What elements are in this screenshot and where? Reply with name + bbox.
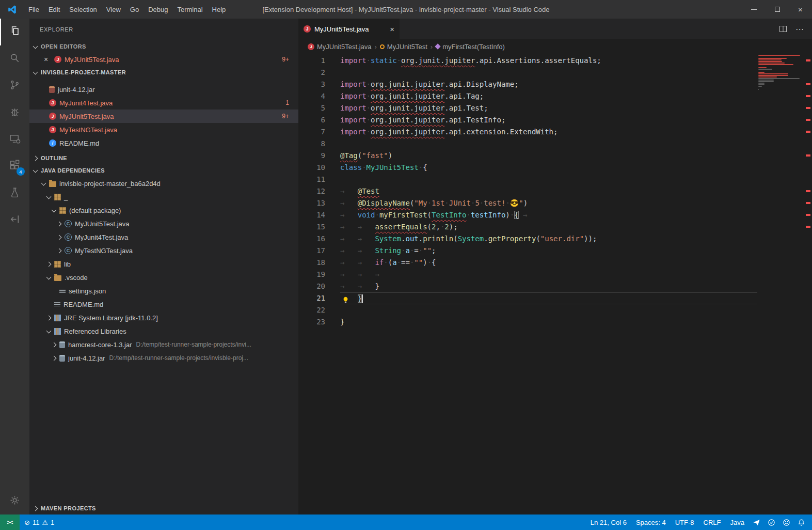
file-item-myjunit5test-java[interactable]: JMyJUnit5Test.java9+: [29, 110, 298, 123]
code-line-22[interactable]: [340, 304, 757, 316]
line-number[interactable]: 18: [298, 257, 325, 269]
split-editor-icon[interactable]: [779, 25, 787, 33]
tree-item-hamcrest-core-1-3-jar[interactable]: hamcrest-core-1.3.jarD:/temp/test-runner…: [29, 338, 298, 351]
breadcrumb-myjunit5test-java[interactable]: JMyJUnit5Test.java: [308, 43, 371, 51]
code-line-12[interactable]: → @Test: [340, 185, 757, 197]
code-line-5[interactable]: import·org.junit.jupiter.api.Test;: [340, 102, 757, 114]
menu-view[interactable]: View: [102, 0, 125, 19]
remote-indicator[interactable]: ><: [0, 515, 20, 530]
smiley-icon[interactable]: [779, 515, 794, 530]
code-line-6[interactable]: import·org.junit.jupiter.api.TestInfo;: [340, 114, 757, 126]
file-item-myjunit4test-java[interactable]: JMyJunit4Test.java1: [29, 96, 298, 110]
line-number[interactable]: 13: [298, 197, 325, 209]
line-number[interactable]: 7: [298, 126, 325, 138]
line-number[interactable]: 3: [298, 79, 325, 90]
line-number[interactable]: 12: [298, 185, 325, 197]
line-number[interactable]: 21: [298, 292, 325, 304]
activity-item-search[interactable]: [0, 45, 29, 72]
activity-item-test-explorer[interactable]: [0, 180, 29, 207]
line-number[interactable]: 6: [298, 114, 325, 126]
menu-help[interactable]: Help: [208, 0, 231, 19]
tree-item-junit-4-12-jar[interactable]: junit-4.12.jarD:/temp/test-runner-sample…: [29, 351, 298, 365]
breadcrumb-myjunit5test[interactable]: MyJUnit5Test: [380, 43, 427, 51]
line-number[interactable]: 1: [298, 55, 325, 67]
status-ln-21-col-6[interactable]: Ln 21, Col 6: [586, 515, 631, 530]
tree-item-myjunit5test-java[interactable]: CMyJUnit5Test.java: [29, 217, 298, 230]
lightbulb-icon[interactable]: [342, 295, 349, 302]
menu-go[interactable]: Go: [125, 0, 144, 19]
maximize-button[interactable]: [766, 0, 789, 19]
line-number[interactable]: 14: [298, 209, 325, 221]
menu-selection[interactable]: Selection: [65, 0, 101, 19]
line-number[interactable]: 17: [298, 245, 325, 257]
menu-file[interactable]: File: [24, 0, 44, 19]
feedback-send-icon[interactable]: [749, 515, 764, 530]
activity-item-explorer[interactable]: [0, 19, 29, 45]
close-tab-icon[interactable]: ×: [390, 25, 394, 34]
close-icon[interactable]: ×: [44, 55, 53, 64]
tab-myjunit5test[interactable]: J MyJUnit5Test.java ×: [298, 19, 400, 39]
code-line-8[interactable]: [340, 138, 757, 150]
activity-item-settings[interactable]: [0, 488, 29, 515]
tree-item-referenced-libraries[interactable]: Referenced Libraries: [29, 324, 298, 338]
breadcrumb-myfirsttest-testinfo[interactable]: myFirstTest(TestInfo): [436, 43, 505, 51]
activity-item-references[interactable]: [0, 207, 29, 233]
tree-item-readme-md[interactable]: README.md: [29, 298, 298, 311]
line-number[interactable]: 16: [298, 233, 325, 245]
code-line-17[interactable]: → → String·a·=·"";: [340, 245, 757, 257]
activity-item-remote-explorer[interactable]: [0, 126, 29, 153]
line-number[interactable]: 5: [298, 102, 325, 114]
code-line-3[interactable]: import·org.junit.jupiter.api.DisplayName…: [340, 79, 757, 90]
status-crlf[interactable]: CRLF: [699, 515, 726, 530]
code-line-21[interactable]: }: [340, 292, 757, 304]
project-header[interactable]: INVISBLE-PROJECT-MASTER: [29, 66, 298, 79]
tree-item-settings-json[interactable]: settings.json: [29, 284, 298, 298]
close-button[interactable]: ×: [789, 0, 812, 19]
code-line-15[interactable]: → → assertEquals(2,·2);: [340, 221, 757, 233]
code-line-20[interactable]: → → }: [340, 280, 757, 292]
code-line-1[interactable]: import·static·org.junit.jupiter.api.Asse…: [340, 55, 757, 67]
java-dependencies-header[interactable]: JAVA DEPENDENCIES: [29, 164, 298, 177]
file-item-junit-4-12-jar[interactable]: junit-4.12.jar: [29, 83, 298, 96]
line-number[interactable]: 22: [298, 304, 325, 316]
line-number[interactable]: 10: [298, 162, 325, 174]
code-line-19[interactable]: → → →: [340, 269, 757, 280]
minimap[interactable]: [758, 55, 804, 90]
activity-item-source-control[interactable]: [0, 72, 29, 99]
line-number[interactable]: 11: [298, 174, 325, 185]
tree-item-default-package[interactable]: (default package): [29, 204, 298, 217]
problems-status[interactable]: ⊘ 11 ⚠ 1: [20, 515, 59, 530]
code-line-13[interactable]: → @DisplayName("My·1st·JUnit·5·test!·😎"): [340, 197, 757, 209]
line-number[interactable]: 20: [298, 280, 325, 292]
code-line-18[interactable]: → → if·(a·==·"")·{: [340, 257, 757, 269]
code-line-9[interactable]: @Tag("fast"): [340, 150, 757, 162]
tree-item-vscode[interactable]: .vscode: [29, 271, 298, 284]
code-line-4[interactable]: import·org.junit.jupiter.api.Tag;: [340, 90, 757, 102]
bell-icon[interactable]: [794, 515, 809, 530]
tree-item-mytestngtest-java[interactable]: CMyTestNGTest.java: [29, 244, 298, 257]
tree-item-jre-system-library-jdk-11-0-2[interactable]: JRE System Library [jdk-11.0.2]: [29, 311, 298, 324]
activity-item-debug[interactable]: [0, 99, 29, 126]
maven-projects-header[interactable]: MAVEN PROJECTS: [29, 502, 298, 515]
open-editors-header[interactable]: OPEN EDITORS: [29, 40, 298, 53]
code-line-14[interactable]: → void·myFirstTest(TestInfo·testInfo)·{ …: [340, 209, 757, 221]
tree-item-lib[interactable]: lib: [29, 257, 298, 271]
code-line-23[interactable]: }: [340, 316, 757, 328]
menu-terminal[interactable]: Terminal: [172, 0, 207, 19]
code-line-7[interactable]: import·org.junit.jupiter.api.extension.E…: [340, 126, 757, 138]
minimize-button[interactable]: [742, 0, 766, 19]
status-java[interactable]: Java: [726, 515, 749, 530]
line-number[interactable]: 23: [298, 316, 325, 328]
code-line-10[interactable]: class·MyJUnit5Test·{: [340, 162, 757, 174]
activity-item-extensions[interactable]: 4: [0, 153, 29, 180]
file-item-readme-md[interactable]: iREADME.md: [29, 136, 298, 150]
menu-debug[interactable]: Debug: [144, 0, 172, 19]
menu-edit[interactable]: Edit: [44, 0, 65, 19]
java-status-icon[interactable]: [764, 515, 779, 530]
line-number[interactable]: 8: [298, 138, 325, 150]
tree-item-[interactable]: _: [29, 190, 298, 204]
more-actions-icon[interactable]: ⋯: [795, 24, 804, 34]
file-item-mytestngtest-java[interactable]: JMyTestNGTest.java: [29, 123, 298, 136]
status-spaces-4[interactable]: Spaces: 4: [631, 515, 671, 530]
code-line-2[interactable]: [340, 67, 757, 79]
